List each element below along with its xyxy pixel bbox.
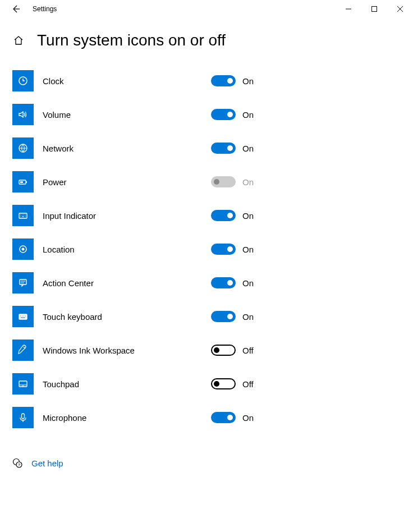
maximize-icon xyxy=(371,6,377,12)
titlebar: Settings xyxy=(0,0,413,18)
svg-rect-1 xyxy=(372,7,377,12)
help-icon: ? xyxy=(12,458,22,468)
setting-label-network: Network xyxy=(43,144,211,153)
home-icon xyxy=(13,35,24,46)
toggle-knob xyxy=(227,145,233,151)
toggle-state-label-action: On xyxy=(242,278,254,288)
toggle-wrap-touchpad: Off xyxy=(211,378,254,389)
toggle-volume[interactable] xyxy=(211,109,236,120)
ink-icon xyxy=(17,345,29,356)
toggle-input[interactable] xyxy=(211,210,236,221)
setting-row-touchpad: TouchpadOff xyxy=(12,367,401,401)
setting-row-power: PowerOn xyxy=(12,165,401,199)
setting-row-input: Input IndicatorOn xyxy=(12,199,401,232)
toggle-power xyxy=(211,176,236,187)
setting-row-network: NetworkOn xyxy=(12,131,401,165)
toggle-wrap-action: On xyxy=(211,277,254,288)
toggle-state-label-volume: On xyxy=(242,110,254,120)
power-icon-tile xyxy=(12,171,34,192)
ink-icon-tile xyxy=(12,340,34,361)
setting-label-ink: Windows Ink Workspace xyxy=(43,346,211,355)
help-section: ? Get help xyxy=(0,438,413,488)
toggle-wrap-location: On xyxy=(211,244,254,255)
keyboard-icon-tile xyxy=(12,205,34,226)
back-arrow-icon xyxy=(11,4,20,13)
network-icon xyxy=(17,143,29,154)
touchpad-icon-tile xyxy=(12,373,34,395)
setting-row-ink: Windows Ink WorkspaceOff xyxy=(12,333,401,367)
toggle-location[interactable] xyxy=(211,244,236,255)
close-button[interactable] xyxy=(387,0,413,18)
toggle-wrap-clock: On xyxy=(211,75,254,86)
clock-icon-tile xyxy=(12,70,34,91)
page-title: Turn system icons on or off xyxy=(37,31,226,49)
toggle-wrap-ink: Off xyxy=(211,345,254,356)
toggle-ink[interactable] xyxy=(211,345,236,356)
setting-label-touchpad: Touchpad xyxy=(43,379,211,389)
toggle-wrap-mic: On xyxy=(211,412,254,423)
minimize-icon xyxy=(346,6,351,12)
svg-text:?: ? xyxy=(18,462,21,467)
setting-label-power: Power xyxy=(43,177,211,187)
toggle-knob xyxy=(227,246,233,252)
setting-row-action: Action CenterOn xyxy=(12,266,401,300)
close-icon xyxy=(397,6,403,12)
setting-label-volume: Volume xyxy=(43,110,211,120)
toggle-wrap-power: On xyxy=(211,176,254,187)
keyboard-icon xyxy=(17,210,29,221)
clock-icon xyxy=(17,75,29,86)
location-icon-tile xyxy=(12,239,34,260)
toggle-knob xyxy=(214,179,219,185)
setting-label-action: Action Center xyxy=(43,278,211,288)
touch-keyboard-icon-tile xyxy=(12,306,34,327)
toggle-state-label-ink: Off xyxy=(242,346,254,355)
get-help-link[interactable]: Get help xyxy=(31,458,63,468)
toggle-knob xyxy=(227,78,233,84)
toggle-clock[interactable] xyxy=(211,75,236,86)
microphone-icon xyxy=(17,412,29,423)
toggle-knob xyxy=(227,280,233,286)
setting-row-touchkb: Touch keyboardOn xyxy=(12,300,401,333)
setting-label-clock: Clock xyxy=(43,76,211,86)
microphone-icon-tile xyxy=(12,407,34,428)
maximize-button[interactable] xyxy=(361,0,387,18)
toggle-wrap-touchkb: On xyxy=(211,311,254,322)
toggle-state-label-input: On xyxy=(242,211,254,221)
back-button[interactable] xyxy=(4,0,27,18)
home-button[interactable] xyxy=(12,35,25,46)
toggle-knob xyxy=(227,112,233,117)
setting-row-volume: VolumeOn xyxy=(12,98,401,131)
setting-label-mic: Microphone xyxy=(43,413,211,423)
action-center-icon-tile xyxy=(12,272,34,293)
toggle-state-label-mic: On xyxy=(242,413,254,423)
network-icon-tile xyxy=(12,137,34,159)
touch-keyboard-icon xyxy=(17,311,29,322)
toggle-state-label-touchkb: On xyxy=(242,312,254,322)
toggle-knob xyxy=(227,415,233,420)
toggle-state-label-power: On xyxy=(242,177,254,187)
action-center-icon xyxy=(17,277,29,288)
window-controls xyxy=(336,0,413,18)
power-icon xyxy=(17,176,29,187)
setting-row-location: LocationOn xyxy=(12,232,401,266)
toggle-mic[interactable] xyxy=(211,412,236,423)
volume-icon xyxy=(17,109,29,120)
toggle-action[interactable] xyxy=(211,277,236,288)
touchpad-icon xyxy=(17,378,29,389)
setting-row-mic: MicrophoneOn xyxy=(12,401,401,434)
setting-row-clock: ClockOn xyxy=(12,64,401,98)
toggle-knob xyxy=(214,347,219,353)
toggle-touchpad[interactable] xyxy=(211,378,236,389)
toggle-state-label-location: On xyxy=(242,245,254,254)
toggle-knob xyxy=(227,213,233,218)
setting-label-input: Input Indicator xyxy=(43,211,211,221)
toggle-knob xyxy=(227,314,233,319)
minimize-button[interactable] xyxy=(336,0,361,18)
icon-toggle-list: ClockOnVolumeOnNetworkOnPowerOnInput Ind… xyxy=(0,61,413,438)
toggle-state-label-network: On xyxy=(242,144,254,153)
location-icon xyxy=(17,244,29,255)
toggle-state-label-clock: On xyxy=(242,76,254,86)
toggle-state-label-touchpad: Off xyxy=(242,379,254,389)
toggle-touchkb[interactable] xyxy=(211,311,236,322)
toggle-network[interactable] xyxy=(211,143,236,154)
